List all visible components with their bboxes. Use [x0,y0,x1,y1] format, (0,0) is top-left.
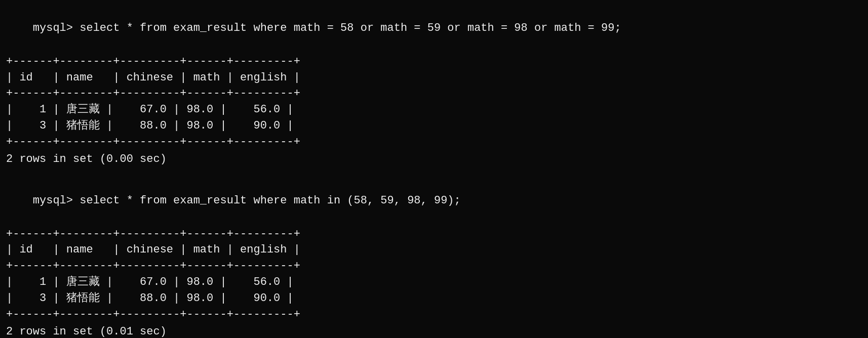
terminal-window: mysql> select * from exam_result where m… [6,4,862,338]
prompt1: mysql> [33,22,80,34]
table1-header: | id | name | chinese | math | english | [6,70,862,86]
query2-result: 2 rows in set (0.01 sec) [6,324,862,338]
query1-result: 2 rows in set (0.00 sec) [6,151,862,167]
table2-row2: | 3 | 猪悟能 | 88.0 | 98.0 | 90.0 | [6,290,862,307]
table2-header: | id | name | chinese | math | english | [6,242,862,258]
table2-border-bot: +------+--------+---------+------+------… [6,307,862,323]
sql2: select * from exam_result where math in … [80,194,461,207]
query2-prompt-line: mysql> select * from exam_result where m… [6,177,862,225]
table1-border-top: +------+--------+---------+------+------… [6,54,862,70]
sql1: select * from exam_result where math = 5… [80,22,621,34]
table1-row2: | 3 | 猪悟能 | 88.0 | 98.0 | 90.0 | [6,118,862,134]
query1-prompt-line: mysql> select * from exam_result where m… [6,4,862,53]
query2-table: +------+--------+---------+------+------… [6,226,862,323]
table1-border-bot: +------+--------+---------+------+------… [6,134,862,150]
prompt2: mysql> [33,194,80,207]
query1-table: +------+--------+---------+------+------… [6,54,862,150]
table1-row1: | 1 | 唐三藏 | 67.0 | 98.0 | 56.0 | [6,102,862,118]
table2-border-top: +------+--------+---------+------+------… [6,226,862,242]
table2-border-mid: +------+--------+---------+------+------… [6,258,862,274]
table2-row1: | 1 | 唐三藏 | 67.0 | 98.0 | 56.0 | [6,274,862,290]
table1-border-mid: +------+--------+---------+------+------… [6,86,862,102]
